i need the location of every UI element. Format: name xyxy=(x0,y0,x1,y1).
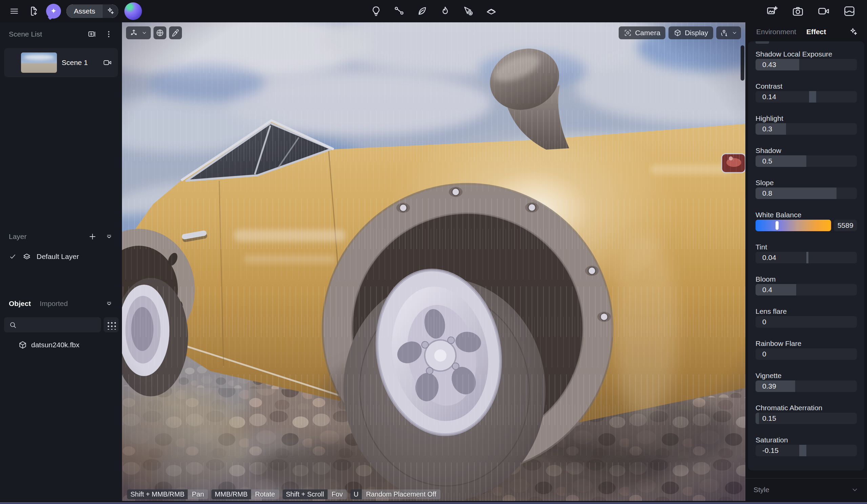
check-icon xyxy=(9,252,17,261)
record-video-button[interactable] xyxy=(817,5,830,17)
effect-control-rainbow-flare: Rainbow Flare0 xyxy=(756,339,857,360)
topbar-right-group xyxy=(766,5,867,17)
style-section-header[interactable]: Style xyxy=(745,478,867,501)
tab-object[interactable]: Object xyxy=(9,299,31,308)
screenshot-icon xyxy=(792,5,804,17)
slider-value: 0 xyxy=(762,350,767,358)
avatar[interactable] xyxy=(124,2,142,20)
vegetation-tool-button[interactable] xyxy=(416,6,428,17)
screenshot-button[interactable] xyxy=(792,5,804,17)
slider-handle[interactable] xyxy=(799,445,806,456)
camera-button[interactable]: Camera xyxy=(619,26,665,39)
slider-handle[interactable] xyxy=(806,252,809,263)
collapse-objects-button[interactable] xyxy=(105,299,113,308)
scene-thumbnail xyxy=(21,53,57,73)
link-tool-button[interactable] xyxy=(393,6,405,17)
display-button[interactable]: Display xyxy=(668,26,713,39)
search-icon xyxy=(9,321,17,329)
slider-track-vignette[interactable]: 0.39 xyxy=(756,381,857,392)
transform-tool-button[interactable] xyxy=(126,26,151,39)
menu-button[interactable] xyxy=(7,4,22,19)
scene-item-label: Scene 1 xyxy=(62,58,103,67)
globe-button[interactable] xyxy=(153,26,167,39)
slider-track-rainbow-flare[interactable]: 0 xyxy=(756,348,857,360)
menu-icon xyxy=(9,6,19,16)
slider-value: 0.8 xyxy=(762,189,772,197)
hint-label: Pan xyxy=(188,490,208,499)
slider-label: Lens flare xyxy=(756,307,857,316)
viewport-scene[interactable] xyxy=(122,22,745,501)
layer-row-default[interactable]: Default Layer xyxy=(9,251,113,263)
slider-track-white-balance[interactable] xyxy=(756,220,831,231)
white-balance-value[interactable]: 5589 xyxy=(834,220,857,231)
collapse-layers-button[interactable] xyxy=(105,232,113,241)
object-grid-view-button[interactable] xyxy=(104,317,119,332)
slider-label: Chromatic Aberration xyxy=(756,403,857,413)
effect-control-chromatic-aberration: Chromatic Aberration0.15 xyxy=(756,403,857,424)
panel-ai-button[interactable] xyxy=(849,27,858,36)
slider-track-contrast[interactable]: 0.14 xyxy=(756,91,857,102)
slider-track-saturation[interactable]: -0.15 xyxy=(756,445,857,456)
slider-label: Shadow xyxy=(756,146,857,155)
effect-control-vignette: Vignette0.39 xyxy=(756,371,857,392)
record-video-icon xyxy=(817,5,830,17)
terrain-icon xyxy=(485,6,497,17)
light-icon xyxy=(370,6,382,17)
tab-effect[interactable]: Effect xyxy=(806,28,826,36)
slider-label: Contrast xyxy=(756,81,857,91)
hint-label: Rotate xyxy=(251,490,279,499)
style-section-label: Style xyxy=(753,486,769,494)
slider-track-highlight[interactable]: 0.3 xyxy=(756,123,857,135)
display-cube-icon xyxy=(674,29,682,37)
slider-handle[interactable] xyxy=(809,91,816,102)
scrolled-slider-remnant xyxy=(756,41,769,44)
slider-label: Vignette xyxy=(756,371,857,381)
slider-label: Shadow Local Exposure xyxy=(756,50,857,59)
slider-track-lens-flare[interactable]: 0 xyxy=(756,316,857,328)
viewport[interactable]: Camera Display Shift + MMB/RMBPanMMB/RMB… xyxy=(122,22,745,501)
collapse-icon xyxy=(105,299,113,308)
slider-track-shadow-local-exposure[interactable]: 0.43 xyxy=(756,59,857,70)
slider-track-chromatic-aberration[interactable]: 0.15 xyxy=(756,413,857,424)
add-scene-button[interactable] xyxy=(87,30,96,39)
slider-value: 0.4 xyxy=(762,286,772,294)
slider-value: -0.15 xyxy=(762,447,779,454)
chevron-down-icon xyxy=(141,30,147,36)
tab-environment[interactable]: Environment xyxy=(756,28,796,36)
terrain-tool-button[interactable] xyxy=(485,6,497,17)
object-search-input[interactable] xyxy=(20,320,93,329)
assets-button[interactable]: Assets xyxy=(66,4,118,18)
scene-list-menu-button[interactable] xyxy=(104,30,113,39)
export-tray-icon xyxy=(843,5,856,17)
object-search[interactable] xyxy=(4,317,101,332)
view-mode-button[interactable] xyxy=(716,26,741,39)
render-image-button[interactable] xyxy=(766,5,778,17)
slider-track-tint[interactable]: 0.04 xyxy=(756,252,857,263)
hint-random-placement-off: URandom Placement Off xyxy=(350,490,440,499)
eyedropper-button[interactable] xyxy=(169,26,182,39)
display-button-label: Display xyxy=(685,29,708,37)
place-object-tool-button[interactable] xyxy=(462,6,474,17)
slider-track-bloom[interactable]: 0.4 xyxy=(756,284,857,296)
import-file-button[interactable] xyxy=(26,4,41,19)
tab-imported[interactable]: Imported xyxy=(40,299,105,308)
viewport-edge-handle[interactable] xyxy=(741,45,745,80)
scene-list-header: Scene List xyxy=(9,29,113,39)
slider-track-slope[interactable]: 0.8 xyxy=(756,187,857,199)
light-tool-button[interactable] xyxy=(370,6,382,17)
export-tray-button[interactable] xyxy=(843,5,856,17)
slider-label: Bloom xyxy=(756,274,857,284)
effects-tool-button[interactable] xyxy=(439,6,451,17)
object-list-item[interactable]: datsun240k.fbx xyxy=(18,339,118,351)
effect-control-contrast: Contrast0.14 xyxy=(756,81,857,102)
scene-list-item[interactable]: Scene 1 xyxy=(4,48,118,77)
slider-value: 0.5 xyxy=(762,157,772,165)
effect-control-white-balance: White Balance5589 xyxy=(756,210,857,231)
cube-icon xyxy=(18,340,27,349)
slider-track-shadow[interactable]: 0.5 xyxy=(756,155,857,167)
slider-handle[interactable] xyxy=(775,221,779,230)
add-layer-button[interactable] xyxy=(88,232,97,241)
ai-assistant-button[interactable]: ✦ xyxy=(46,4,61,19)
slider-handle[interactable] xyxy=(756,413,759,424)
camera-frame-icon xyxy=(624,29,632,37)
